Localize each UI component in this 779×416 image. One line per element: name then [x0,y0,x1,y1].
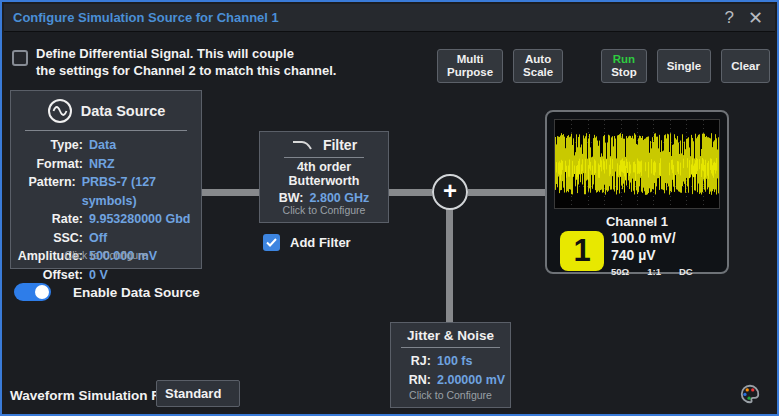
checkmark-icon [263,234,280,251]
add-filter-label: Add Filter [290,235,351,250]
rj-value: 100 fs [437,352,472,371]
bw-label: BW: [279,191,304,205]
title-bar: Configure Simulation Source for Channel … [4,4,775,32]
ssc-value: Off [89,229,107,248]
data-source-panel[interactable]: Data Source Type:Data Format:NRZ Pattern… [10,90,202,269]
single-button[interactable]: Single [657,49,712,83]
rn-value: 2.00000 mV [437,371,505,390]
connector-filter-sum [389,189,432,196]
help-icon[interactable]: ? [724,8,733,28]
connector-datasource-filter [202,189,259,196]
define-differential-checkbox[interactable] [12,50,28,66]
channel-probe-ratio: 1:1 [647,266,661,277]
close-icon[interactable]: ✕ [748,7,763,29]
waveform-preview [554,119,720,209]
multi-purpose-button[interactable]: Multi Purpose [437,49,503,83]
channel-scale: 100.0 mV/ [611,230,676,246]
channel-name: Channel 1 [547,214,727,229]
pattern-value: PRBS-7 (127 symbols) [82,173,201,210]
dialog-title: Configure Simulation Source for Channel … [13,10,279,25]
bw-value: 2.800 GHz [310,191,370,205]
sum-node[interactable]: + [432,174,468,210]
data-source-configure-hint: Click to Configure [11,249,201,261]
configure-simulation-dialog: Configure Simulation Source for Channel … [0,0,779,416]
add-filter-checkbox[interactable]: Add Filter [263,234,351,251]
connector-sum-jitter [446,208,453,322]
enable-data-source-toggle[interactable]: Enable Data Source [14,283,200,301]
chevron-down-icon [230,390,231,398]
format-value: NRZ [89,155,115,174]
jitter-noise-title: Jitter & Noise [407,328,494,343]
toggle-on-icon [14,283,51,301]
run-stop-button[interactable]: Run Stop [601,49,647,83]
filter-configure-hint: Click to Configure [260,204,388,216]
filter-description: 4th order Butterworth [260,160,388,188]
clear-button[interactable]: Clear [721,49,770,83]
auto-scale-button[interactable]: Auto Scale [513,49,563,83]
waveform-simulation-rate-label: Waveform Simulation Rate [10,388,181,403]
jitter-configure-hint: Click to Configure [391,389,510,401]
lowpass-filter-icon [291,139,315,151]
jitter-noise-panel[interactable]: Jitter & Noise RJ:100 fs RN:2.00000 mV C… [390,322,511,408]
filter-panel[interactable]: Filter 4th order Butterworth BW: 2.800 G… [259,131,389,223]
plus-icon: + [443,179,457,203]
connector-sum-channel [468,189,545,196]
scope-toolbar: Multi Purpose Auto Scale Run Stop Single… [437,49,770,83]
color-palette-button[interactable] [739,383,761,405]
channel-offset: 740 µV [611,247,656,263]
sine-wave-icon [47,98,73,124]
channel-coupling: DC [679,266,693,277]
enable-data-source-label: Enable Data Source [73,285,200,300]
channel-impedance: 50Ω [611,266,629,277]
simulation-rate-value: Standard [165,386,221,401]
offset-value: 0 V [89,266,108,285]
type-value: Data [89,136,116,155]
simulation-rate-dropdown[interactable]: Standard [156,380,240,407]
rate-value: 9.953280000 Gbd [89,210,190,229]
filter-title: Filter [323,137,357,153]
toolbar-spacer [573,49,591,83]
channel-number-badge: 1 [560,231,604,271]
data-source-title: Data Source [81,103,166,119]
channel-1-card[interactable]: Channel 1 1 100.0 mV/ 740 µV 50Ω 1:1 DC [545,110,729,274]
define-differential-label: Define Differential Signal. This will co… [36,45,337,79]
